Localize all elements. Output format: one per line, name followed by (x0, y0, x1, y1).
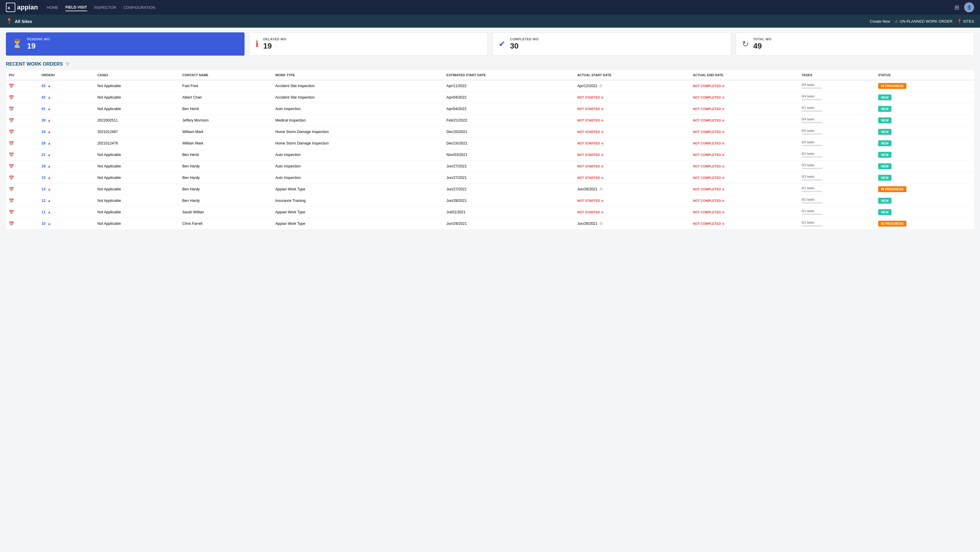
tasks-bar (802, 145, 822, 146)
unplanned-work-order-button[interactable]: ⚠ UN-PLANNED WORK ORDER (895, 19, 952, 24)
cell-order[interactable]: 42 ▲ (38, 92, 94, 103)
circle-icon: ⊗ (601, 153, 604, 156)
circle-icon: ⊗ (601, 119, 604, 122)
order-link[interactable]: 41 (41, 107, 46, 111)
cell-case: Not Applicable (94, 80, 180, 92)
cell-pu: 📅 (6, 195, 38, 207)
cell-actual-start: NOT STARTED ⊗ (574, 195, 690, 207)
table-row: 📅34 ▲2021012487William MarkHome Storm Da… (6, 126, 974, 138)
cell-contact: Chris Farrell (180, 218, 272, 229)
create-new-button[interactable]: Create New (870, 19, 890, 24)
svg-text:a: a (8, 5, 10, 10)
cell-order[interactable]: 12 ▲ (38, 195, 94, 207)
not-started-label: NOT STARTED (577, 107, 600, 111)
work-orders-table-container: P/U ORDER# CASE# CONTACT NAME WORK TYPE … (0, 70, 980, 235)
grid-icon[interactable]: ⊞ (955, 4, 959, 11)
tasks-text: 0/3 tasks (802, 163, 872, 167)
cell-tasks: 0/5 tasks (799, 138, 875, 149)
cell-tasks: 0/5 tasks (799, 126, 875, 138)
nav-inspector[interactable]: INSPECTOR (94, 4, 116, 11)
tasks-cell: 0/3 tasks (802, 175, 872, 181)
cell-order[interactable]: 21 ▲ (38, 149, 94, 161)
cell-order[interactable]: 14 ▲ (38, 184, 94, 195)
nav-home[interactable]: HOME (47, 4, 58, 11)
not-started-label: NOT STARTED (577, 119, 600, 122)
stat-delayed[interactable]: ℹ DELAYED WO 19 (249, 32, 488, 56)
cell-case: Not Applicable (94, 172, 180, 184)
app-logo[interactable]: a appian (6, 3, 38, 12)
calendar-icon: 📅 (9, 164, 14, 169)
cell-est-start: Feb/21/2022 (444, 115, 574, 126)
cell-order[interactable]: 10 ▲ (38, 218, 94, 229)
not-started-label: NOT STARTED (577, 95, 600, 99)
col-actualstart: ACTUAL START DATE (574, 70, 690, 80)
table-header-row: P/U ORDER# CASE# CONTACT NAME WORK TYPE … (6, 70, 974, 80)
order-link[interactable]: 15 (41, 176, 46, 180)
col-actualend: ACTUAL END DATE (690, 70, 799, 80)
tasks-text: 0/5 tasks (802, 140, 872, 144)
cell-order[interactable]: 43 ▲ (38, 80, 94, 92)
order-link[interactable]: 43 (41, 84, 46, 88)
cell-tasks: 0/3 tasks (799, 172, 875, 184)
pending-icon: ⏳ (12, 39, 22, 49)
calendar-icon: 📅 (9, 153, 14, 157)
cell-order[interactable]: 34 ▲ (38, 126, 94, 138)
alert-icon: ▲ (48, 84, 51, 88)
tasks-text: 0/5 tasks (802, 129, 872, 132)
site-label: All Sites (15, 19, 32, 24)
cell-status: NEW (875, 92, 974, 103)
cell-tasks: 0/4 tasks (799, 80, 875, 92)
cell-status: NEW (875, 138, 974, 149)
not-completed-label: NOT COMPLETED (693, 222, 721, 225)
cell-pu: 📅 (6, 218, 38, 229)
cell-est-start: Apr/04/2022 (444, 92, 574, 103)
order-link[interactable]: 34 (41, 130, 46, 134)
order-link[interactable]: 21 (41, 153, 46, 157)
sites-button[interactable]: 📍 SITES (957, 19, 974, 24)
cell-case: Not Applicable (94, 195, 180, 207)
not-started-label: NOT STARTED (577, 199, 600, 202)
cell-order[interactable]: 11 ▲ (38, 207, 94, 218)
tasks-cell: 0/5 tasks (802, 129, 872, 135)
order-link[interactable]: 10 (41, 221, 46, 226)
cell-contact: Fast Fred (180, 80, 272, 92)
cell-order[interactable]: 16 ▲ (38, 161, 94, 172)
stat-pending[interactable]: ⏳ PENDING WO 19 (6, 32, 245, 56)
not-completed-label: NOT COMPLETED (693, 142, 721, 145)
cell-contact: Albert Chan (180, 92, 272, 103)
order-link[interactable]: 29 (41, 141, 46, 145)
cell-case: Not Applicable (94, 103, 180, 115)
tasks-bar (802, 156, 822, 158)
order-link[interactable]: 11 (41, 210, 46, 214)
stat-completed[interactable]: ✔ COMPLETED WO 30 (492, 32, 731, 56)
cell-case: Not Applicable (94, 218, 180, 229)
logo-icon: a (6, 3, 15, 12)
order-link[interactable]: 39 (41, 118, 46, 122)
alert-icon: ▲ (48, 153, 51, 157)
cell-case: 2022002511 (94, 115, 180, 126)
nav-field-visit[interactable]: FIELD VISIT (65, 4, 87, 11)
sites-label: SITES (963, 19, 974, 24)
cell-order[interactable]: 41 ▲ (38, 103, 94, 115)
cell-worktype: Appian Work Type (272, 218, 444, 229)
cell-actual-end: NOT COMPLETED ⊗ (690, 138, 799, 149)
pin-icon: 📍 (957, 19, 962, 24)
order-link[interactable]: 42 (41, 95, 46, 99)
stat-total[interactable]: ↻ TOTAL WO 49 (736, 32, 974, 56)
order-link[interactable]: 16 (41, 164, 46, 168)
site-selector[interactable]: 📍 All Sites (6, 18, 32, 24)
table-row: 📅12 ▲Not ApplicableBen HardyInsurance Tr… (6, 195, 974, 207)
cell-order[interactable]: 39 ▲ (38, 115, 94, 126)
table-row: 📅29 ▲2021012476William MarkHome Storm Da… (6, 138, 974, 149)
cell-order[interactable]: 29 ▲ (38, 138, 94, 149)
top-navigation: a appian HOME FIELD VISIT INSPECTOR CONF… (0, 0, 980, 15)
user-avatar[interactable]: 👤 (964, 2, 974, 12)
col-tasks: TASKS (799, 70, 875, 80)
nav-configuration[interactable]: CONFIGURATION (123, 4, 155, 11)
cell-status: NEW (875, 172, 974, 184)
cell-order[interactable]: 15 ▲ (38, 172, 94, 184)
order-link[interactable]: 12 (41, 199, 46, 203)
order-link[interactable]: 14 (41, 187, 46, 191)
filter-icon[interactable]: ▽ (66, 62, 70, 67)
circle-icon: ⊗ (722, 84, 725, 87)
